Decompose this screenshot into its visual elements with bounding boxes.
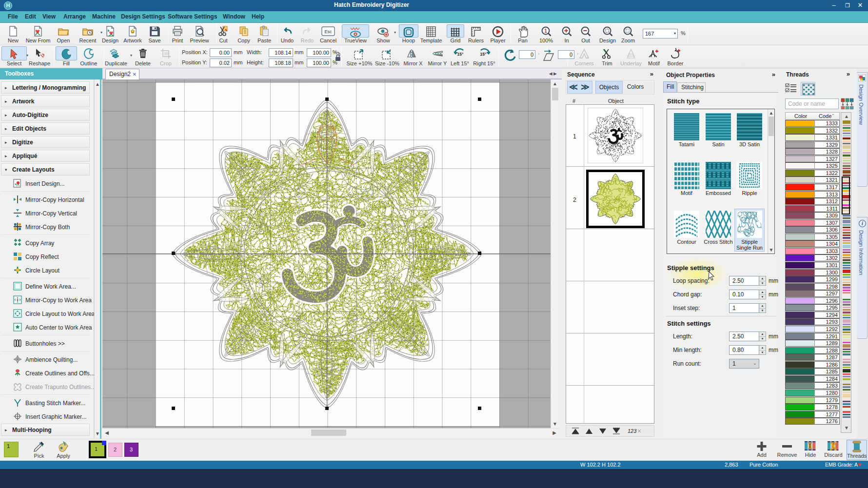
svg-text:15°: 15° [480, 52, 487, 57]
svg-text:15°: 15° [457, 52, 464, 57]
svg-text:1: 1 [544, 28, 547, 34]
svg-text:123: 123 [628, 428, 637, 434]
svg-text:+: + [17, 298, 19, 302]
svg-text:Esc: Esc [324, 29, 332, 34]
svg-text:i: i [862, 221, 863, 226]
